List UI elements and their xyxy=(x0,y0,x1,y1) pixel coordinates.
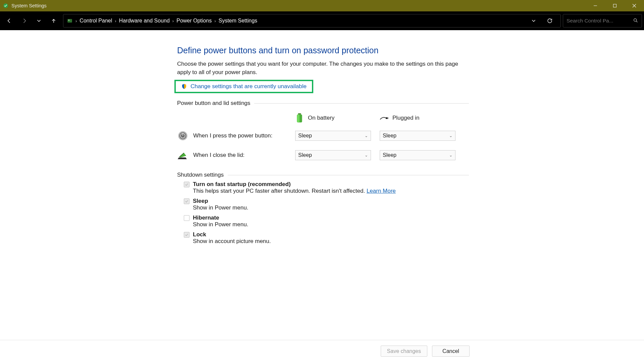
recent-locations-button[interactable] xyxy=(32,14,46,27)
window-title: System Settings xyxy=(11,3,47,8)
select-value: Sleep xyxy=(383,152,396,158)
divider xyxy=(254,103,469,104)
footer: Save changes Cancel xyxy=(0,340,644,362)
cancel-button[interactable]: Cancel xyxy=(432,346,470,357)
checkbox-label: Sleep xyxy=(193,198,208,204)
hibernate-checkbox[interactable] xyxy=(184,215,190,221)
maximize-button[interactable] xyxy=(605,0,625,11)
svg-rect-6 xyxy=(68,20,70,20)
page: Define power buttons and turn on passwor… xyxy=(177,46,469,248)
chevron-down-icon: ⌄ xyxy=(365,133,368,138)
select-value: Sleep xyxy=(383,133,396,139)
search-input[interactable] xyxy=(567,18,624,24)
power-settings-table: On battery Plugged in When I pr xyxy=(177,110,469,165)
save-changes-button[interactable]: Save changes xyxy=(381,346,427,357)
select-value: Sleep xyxy=(298,152,312,158)
close-lid-on-battery-select[interactable]: Sleep ⌄ xyxy=(295,150,371,160)
page-intro: Choose the power settings that you want … xyxy=(177,60,466,76)
titlebar: System Settings xyxy=(0,0,644,11)
power-button-plugged-in-select[interactable]: Sleep ⌄ xyxy=(380,131,455,141)
power-button-icon xyxy=(177,130,189,141)
column-on-battery: On battery xyxy=(308,115,334,121)
change-unavailable-settings-link[interactable]: Change settings that are currently unava… xyxy=(174,80,313,93)
chevron-down-icon: ⌄ xyxy=(449,153,452,158)
app-icon xyxy=(3,3,9,9)
refresh-button[interactable] xyxy=(542,14,557,27)
group-title: Shutdown settings xyxy=(177,172,224,178)
svg-point-7 xyxy=(634,18,637,21)
row-label: When I close the lid: xyxy=(193,152,245,159)
group-title: Power button and lid settings xyxy=(177,100,250,107)
page-title: Define power buttons and turn on passwor… xyxy=(177,46,469,55)
shutdown-settings-group: Shutdown settings Turn on fast startup (… xyxy=(177,172,469,245)
search-box[interactable] xyxy=(563,14,642,27)
minimize-button[interactable] xyxy=(586,0,605,11)
plug-icon xyxy=(380,113,388,123)
close-lid-plugged-in-select[interactable]: Sleep ⌄ xyxy=(380,150,455,160)
checkbox-description: Show in Power menu. xyxy=(193,221,469,228)
learn-more-link[interactable]: Learn More xyxy=(367,188,396,194)
checkbox-description: Show in Power menu. xyxy=(193,204,469,211)
row-label: When I press the power button: xyxy=(193,132,272,139)
divider xyxy=(228,175,469,175)
checkbox-description: This helps start your PC faster after sh… xyxy=(193,188,469,194)
fast-startup-item: Turn on fast startup (recommended) This … xyxy=(184,181,469,194)
chevron-down-icon: ⌄ xyxy=(365,153,368,158)
lock-checkbox[interactable] xyxy=(184,232,190,238)
svg-rect-11 xyxy=(297,114,300,122)
sleep-item: Sleep Show in Power menu. xyxy=(184,198,469,211)
checkbox-label: Lock xyxy=(193,231,206,238)
battery-icon xyxy=(295,113,304,123)
forward-button[interactable] xyxy=(17,14,32,27)
svg-rect-9 xyxy=(298,113,301,114)
column-plugged-in: Plugged in xyxy=(392,115,419,121)
sleep-checkbox[interactable] xyxy=(184,198,190,204)
hibernate-item: Hibernate Show in Power menu. xyxy=(184,215,469,228)
navbar: › Control Panel › Hardware and Sound › P… xyxy=(0,11,644,30)
admin-link-text: Change settings that are currently unava… xyxy=(191,83,307,90)
shield-icon xyxy=(181,83,187,89)
breadcrumb[interactable]: Hardware and Sound xyxy=(119,18,170,24)
control-panel-icon xyxy=(67,18,73,24)
fast-startup-checkbox[interactable] xyxy=(184,182,190,187)
power-button-row: When I press the power button: Sleep ⌄ S… xyxy=(177,126,469,145)
svg-rect-2 xyxy=(613,4,616,7)
breadcrumb[interactable]: System Settings xyxy=(218,18,257,24)
checkbox-label: Hibernate xyxy=(193,215,219,221)
chevron-down-icon: ⌄ xyxy=(449,133,452,138)
search-icon xyxy=(633,18,638,24)
shutdown-settings-list: Turn on fast startup (recommended) This … xyxy=(177,181,469,245)
checkbox-label: Turn on fast startup (recommended) xyxy=(193,181,291,188)
up-button[interactable] xyxy=(46,14,61,27)
chevron-right-icon: › xyxy=(214,18,216,23)
close-lid-row: When I close the lid: Sleep ⌄ Sleep ⌄ xyxy=(177,145,469,165)
address-bar[interactable]: › Control Panel › Hardware and Sound › P… xyxy=(63,14,561,27)
address-dropdown-button[interactable] xyxy=(526,14,541,27)
back-button[interactable] xyxy=(2,14,17,27)
close-button[interactable] xyxy=(625,0,644,11)
power-button-and-lid-group: Power button and lid settings On battery xyxy=(177,100,469,165)
chevron-right-icon: › xyxy=(115,18,116,23)
breadcrumb[interactable]: Power Options xyxy=(176,18,212,24)
breadcrumb[interactable]: Control Panel xyxy=(79,18,112,24)
chevron-right-icon: › xyxy=(172,18,174,23)
lock-item: Lock Show in account picture menu. xyxy=(184,231,469,245)
checkbox-description: Show in account picture menu. xyxy=(193,238,469,245)
svg-line-8 xyxy=(636,21,637,22)
power-button-on-battery-select[interactable]: Sleep ⌄ xyxy=(295,131,371,141)
svg-rect-12 xyxy=(386,117,387,119)
laptop-lid-icon xyxy=(177,149,189,161)
content-area: Define power buttons and turn on passwor… xyxy=(0,30,644,340)
select-value: Sleep xyxy=(298,133,312,139)
svg-rect-5 xyxy=(67,19,72,23)
chevron-right-icon: › xyxy=(75,18,77,23)
